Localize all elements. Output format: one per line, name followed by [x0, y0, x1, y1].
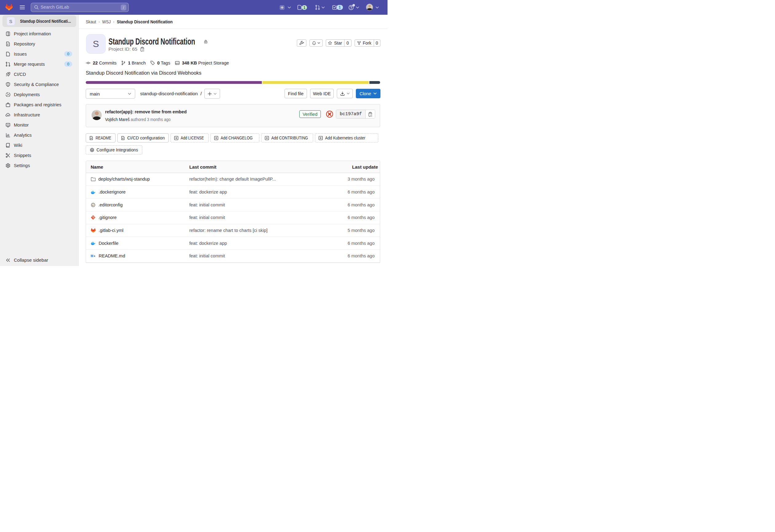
- svg-text:M: M: [91, 254, 93, 258]
